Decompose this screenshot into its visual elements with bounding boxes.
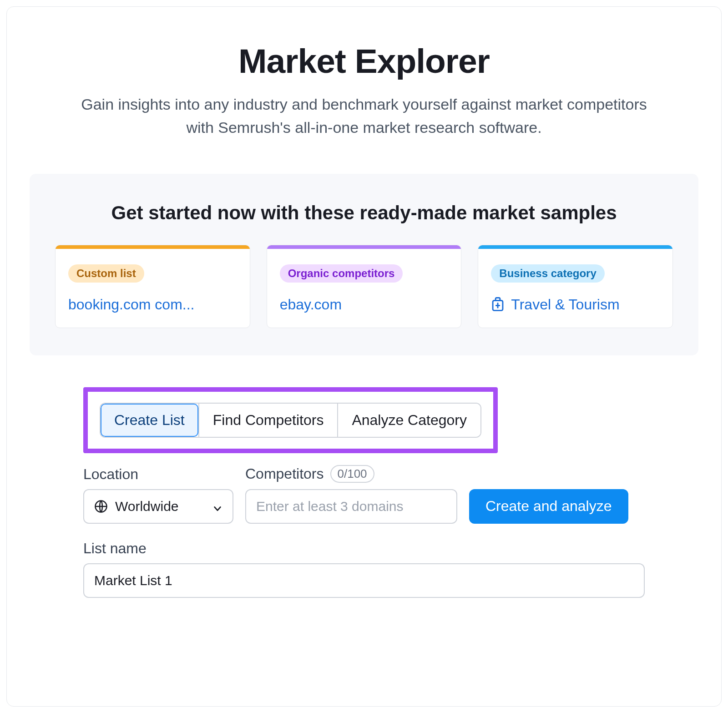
badge-organic-competitors: Organic competitors — [280, 264, 403, 283]
page-card: Market Explorer Gain insights into any i… — [6, 6, 722, 707]
suitcase-icon — [491, 297, 505, 312]
samples-heading: Get started now with these ready-made ma… — [55, 202, 673, 224]
location-select[interactable]: Worldwide — [83, 489, 233, 524]
sample-card-custom-list[interactable]: Custom list booking.com com... — [55, 245, 250, 328]
card-accent-bar — [478, 245, 672, 249]
location-field: Location Worldwide — [83, 466, 233, 524]
sample-card-organic-competitors[interactable]: Organic competitors ebay.com — [267, 245, 462, 328]
sample-link[interactable]: ebay.com — [280, 296, 449, 313]
page-subtitle: Gain insights into any industry and benc… — [68, 93, 660, 139]
tab-analyze-category[interactable]: Analyze Category — [337, 404, 480, 437]
listname-input-wrapper — [83, 563, 645, 598]
tab-create-list[interactable]: Create List — [101, 404, 198, 437]
sample-link-text: booking.com com... — [68, 296, 194, 313]
sample-card-row: Custom list booking.com com... Organic c… — [55, 245, 673, 328]
location-label: Location — [83, 466, 233, 483]
sample-link[interactable]: booking.com com... — [68, 296, 237, 313]
sample-link-text: Travel & Tourism — [511, 296, 619, 313]
form-row-main: Location Worldwide — [83, 465, 645, 524]
create-and-analyze-button[interactable]: Create and analyze — [469, 489, 628, 524]
form-area: Create List Find Competitors Analyze Cat… — [7, 355, 721, 598]
competitors-label-row: Competitors 0/100 — [245, 465, 457, 483]
listname-input[interactable] — [94, 573, 634, 588]
hero-section: Market Explorer Gain insights into any i… — [7, 42, 721, 139]
competitors-count-pill: 0/100 — [330, 465, 374, 483]
competitors-input[interactable] — [256, 499, 446, 514]
badge-business-category: Business category — [491, 264, 604, 283]
competitors-label: Competitors — [245, 465, 324, 482]
tabs-highlight-annotation: Create List Find Competitors Analyze Cat… — [83, 387, 498, 453]
competitors-input-wrapper — [245, 489, 457, 524]
listname-field: List name — [83, 540, 645, 598]
sample-link-text: ebay.com — [280, 296, 342, 313]
card-accent-bar — [267, 245, 461, 249]
page-title: Market Explorer — [52, 42, 676, 80]
competitors-field: Competitors 0/100 — [245, 465, 457, 524]
card-accent-bar — [56, 245, 250, 249]
listname-label: List name — [83, 540, 645, 557]
chevron-down-icon — [212, 501, 222, 511]
globe-icon — [94, 500, 108, 513]
tab-find-competitors[interactable]: Find Competitors — [198, 404, 338, 437]
samples-panel: Get started now with these ready-made ma… — [30, 174, 698, 355]
mode-tab-group: Create List Find Competitors Analyze Cat… — [100, 403, 481, 438]
location-value: Worldwide — [115, 499, 179, 514]
badge-custom-list: Custom list — [68, 264, 144, 283]
sample-link[interactable]: Travel & Tourism — [491, 296, 660, 313]
sample-card-business-category[interactable]: Business category Travel & Tourism — [478, 245, 673, 328]
